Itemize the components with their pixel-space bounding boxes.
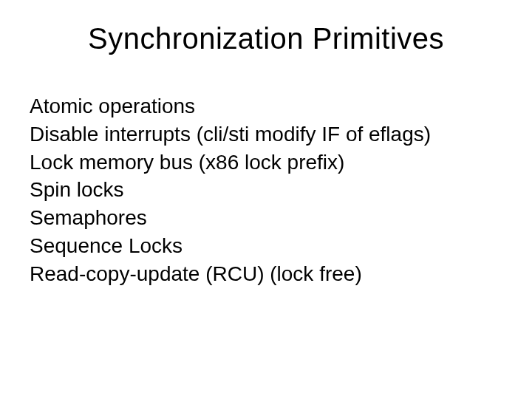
list-item: Sequence Locks [30,232,502,260]
list-item: Semaphores [30,204,502,232]
list-item: Lock memory bus (x86 lock prefix) [30,149,502,177]
list-item: Atomic operations [30,92,502,120]
list-item: Disable interrupts (cli/sti modify IF of… [30,120,502,149]
slide-title: Synchronization Primitives [30,22,502,55]
list-item: Read-copy-update (RCU) (lock free) [30,260,502,288]
slide-container: Synchronization Primitives Atomic operat… [0,0,532,399]
slide-content: Atomic operations Disable interrupts (cl… [30,92,502,288]
list-item: Spin locks [30,176,502,204]
